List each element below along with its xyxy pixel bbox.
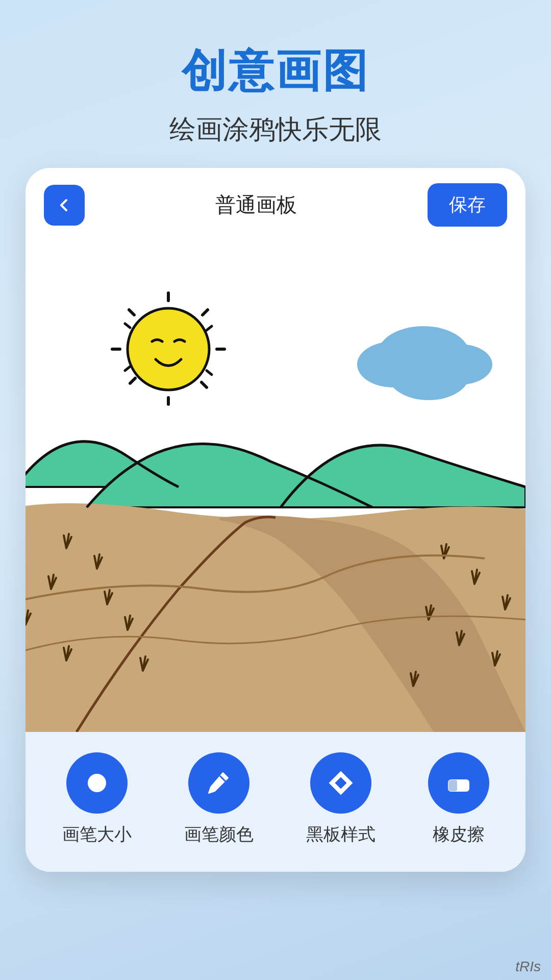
drawing-canvas[interactable]	[26, 242, 525, 732]
pen-color-label: 画笔颜色	[184, 823, 254, 846]
pen-size-icon	[66, 752, 128, 814]
card-toolbar: 普通画板 保存	[26, 168, 525, 242]
svg-rect-22	[448, 780, 458, 791]
eraser-label: 橡皮擦	[433, 823, 485, 846]
main-card: 普通画板 保存	[26, 168, 525, 872]
svg-point-6	[128, 308, 209, 390]
pen-color-icon	[188, 752, 249, 814]
canvas-title: 普通画板	[215, 191, 297, 219]
board-style-icon	[310, 752, 371, 814]
app-subtitle: 绘画涂鸦快乐无限	[0, 112, 551, 148]
save-button[interactable]: 保存	[428, 183, 507, 227]
tool-eraser[interactable]: 橡皮擦	[428, 752, 489, 846]
bottom-toolbar: 画笔大小 画笔颜色 黑板样式	[26, 732, 525, 872]
eraser-icon	[428, 752, 489, 814]
watermark-text: tRIs	[515, 959, 541, 975]
tool-board-style[interactable]: 黑板样式	[306, 752, 375, 846]
pen-size-label: 画笔大小	[62, 823, 132, 846]
tool-pen-size[interactable]: 画笔大小	[62, 752, 132, 846]
watermark: tRIs	[449, 898, 551, 980]
back-button[interactable]	[44, 185, 85, 226]
tool-pen-color[interactable]: 画笔颜色	[184, 752, 254, 846]
header: 创意画图 绘画涂鸦快乐无限	[0, 0, 551, 168]
svg-point-5	[388, 349, 469, 400]
app-title: 创意画图	[0, 41, 551, 102]
svg-point-20	[92, 778, 102, 788]
board-style-label: 黑板样式	[306, 823, 375, 846]
